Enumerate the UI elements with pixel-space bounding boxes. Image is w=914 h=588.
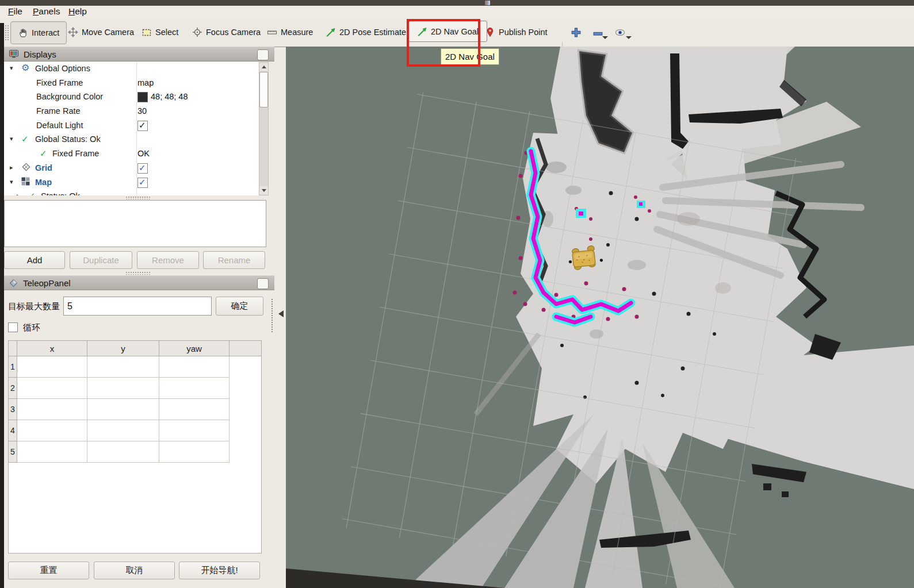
eye-icon <box>614 27 626 38</box>
tree-row-fixed-frame[interactable]: Fixed Frame map <box>4 76 259 91</box>
loop-label: 循环 <box>23 322 40 333</box>
remove-button[interactable]: Remove <box>137 251 199 269</box>
row-header[interactable]: 5 <box>9 441 17 463</box>
confirm-button[interactable]: 确定 <box>216 297 263 316</box>
teleop-panel-title: TeleopPanel <box>23 278 71 288</box>
panel-splitter-handle[interactable] <box>125 271 151 275</box>
menu-panels[interactable]: Panels <box>33 6 60 17</box>
tree-row-status-fixed-frame[interactable]: ✓ Fixed Frame OK <box>4 147 259 162</box>
tree-row-default-light[interactable]: Default Light <box>4 119 259 133</box>
tool-publish-point[interactable]: Publish Point <box>485 27 548 37</box>
expand-icon[interactable]: ▸ <box>10 164 13 171</box>
tool-label: Interact <box>32 28 59 37</box>
tool-move-camera[interactable]: Move Camera <box>68 27 134 37</box>
column-header-yaw[interactable]: yaw <box>159 341 230 356</box>
tool-visibility-caret-icon[interactable] <box>626 36 632 42</box>
table-header-row: x y yaw <box>9 341 261 356</box>
max-goals-input[interactable] <box>63 297 212 316</box>
cell-x[interactable] <box>17 441 87 463</box>
column-header-y[interactable]: y <box>87 341 159 356</box>
cell-y[interactable] <box>87 441 159 463</box>
start-navigation-button[interactable]: 开始导航! <box>179 562 260 579</box>
scroll-up-button[interactable] <box>259 63 268 71</box>
table-row: 3 <box>9 399 261 420</box>
tree-value[interactable]: 48; 48; 48 <box>151 92 188 101</box>
green-arrow-icon <box>326 27 336 37</box>
panel-float-button[interactable] <box>257 278 269 289</box>
tree-value[interactable]: map <box>137 78 154 87</box>
checkbox-default-light[interactable] <box>137 121 148 131</box>
cell-x[interactable] <box>17 356 87 378</box>
duplicate-button[interactable]: Duplicate <box>70 251 132 269</box>
window-titlebar <box>0 0 914 6</box>
expand-icon[interactable]: ▸ <box>17 192 20 195</box>
panel-float-button[interactable] <box>257 49 269 60</box>
tree-row-map[interactable]: ▾ Map <box>4 176 259 190</box>
tree-row-background-color[interactable]: Background Color 48; 48; 48 <box>4 90 259 105</box>
display-selection-list[interactable] <box>4 200 266 247</box>
tool-measure[interactable]: Measure <box>267 27 313 37</box>
cell-y[interactable] <box>87 420 159 441</box>
tree-scrollbar[interactable] <box>259 62 269 195</box>
toolbar-grip[interactable] <box>5 25 9 41</box>
waypoint-table[interactable]: x y yaw 1 2 3 4 5 <box>8 340 262 554</box>
cell-x[interactable] <box>17 378 87 399</box>
row-header[interactable]: 2 <box>9 378 17 399</box>
collapse-icon[interactable]: ▾ <box>10 135 13 143</box>
cell-yaw[interactable] <box>159 378 230 399</box>
color-swatch[interactable] <box>137 92 148 102</box>
remove-tool-caret-icon[interactable] <box>602 36 608 42</box>
window-left-edge <box>0 23 4 588</box>
collapse-icon[interactable]: ▾ <box>10 178 13 186</box>
collapse-icon[interactable]: ▾ <box>10 64 13 72</box>
cell-yaw[interactable] <box>159 356 230 378</box>
reset-button[interactable]: 重置 <box>8 562 89 579</box>
tool-2d-pose-estimate[interactable]: 2D Pose Estimate <box>326 27 406 37</box>
checkbox-grid[interactable] <box>137 163 148 174</box>
teleop-panel-header[interactable]: TeleopPanel <box>4 275 274 290</box>
checkbox-map[interactable] <box>137 178 148 188</box>
tool-visibility-button[interactable] <box>614 27 626 40</box>
measure-icon <box>267 27 277 37</box>
tree-value[interactable]: 30 <box>137 106 147 116</box>
cancel-button-label: 取消 <box>126 565 143 576</box>
displays-tree: ▾ ⚙ Global Options Fixed Frame map Backg… <box>4 62 259 195</box>
cell-x[interactable] <box>17 399 87 420</box>
table-row: 1 <box>9 356 261 378</box>
tree-row-global-status[interactable]: ▾ ✓ Global Status: Ok <box>4 133 259 147</box>
cell-yaw[interactable] <box>159 441 230 463</box>
rename-button-label: Rename <box>218 255 251 265</box>
row-header[interactable]: 4 <box>9 420 17 441</box>
cell-x[interactable] <box>17 420 87 441</box>
tool-interact[interactable]: Interact <box>10 21 67 44</box>
view-splitter-handle[interactable] <box>271 299 274 332</box>
tree-row-map-status[interactable]: ▸ ✓ Status: Ok <box>4 190 259 195</box>
cell-yaw[interactable] <box>159 399 230 420</box>
cell-y[interactable] <box>87 399 159 420</box>
tool-focus-camera[interactable]: Focus Camera <box>192 27 261 37</box>
map-display-icon <box>21 177 30 187</box>
column-header-x[interactable]: x <box>17 341 87 356</box>
cell-yaw[interactable] <box>159 420 230 441</box>
loop-checkbox[interactable] <box>8 322 18 332</box>
cancel-button[interactable]: 取消 <box>94 562 175 579</box>
splitter-collapse-arrow-icon[interactable] <box>275 310 284 317</box>
add-tool-button[interactable] <box>571 27 582 40</box>
tree-row-global-options[interactable]: ▾ ⚙ Global Options <box>4 62 259 76</box>
tree-row-frame-rate[interactable]: Frame Rate 30 <box>4 105 259 119</box>
scrollbar-thumb[interactable] <box>259 72 268 107</box>
cell-y[interactable] <box>87 356 159 378</box>
menu-help[interactable]: Help <box>68 6 87 17</box>
row-header[interactable]: 3 <box>9 399 17 420</box>
menu-file[interactable]: File <box>8 6 22 17</box>
displays-panel-header[interactable]: Displays <box>4 47 274 62</box>
scroll-down-button[interactable] <box>259 186 268 195</box>
panel-splitter-handle[interactable] <box>125 196 151 199</box>
row-header[interactable]: 1 <box>9 356 17 378</box>
cell-y[interactable] <box>87 378 159 399</box>
add-button[interactable]: Add <box>4 251 65 269</box>
rename-button[interactable]: Rename <box>203 251 265 269</box>
render-viewport[interactable] <box>286 47 914 588</box>
tree-row-grid[interactable]: ▸ Grid <box>4 162 259 176</box>
tool-select[interactable]: Select <box>142 27 178 37</box>
